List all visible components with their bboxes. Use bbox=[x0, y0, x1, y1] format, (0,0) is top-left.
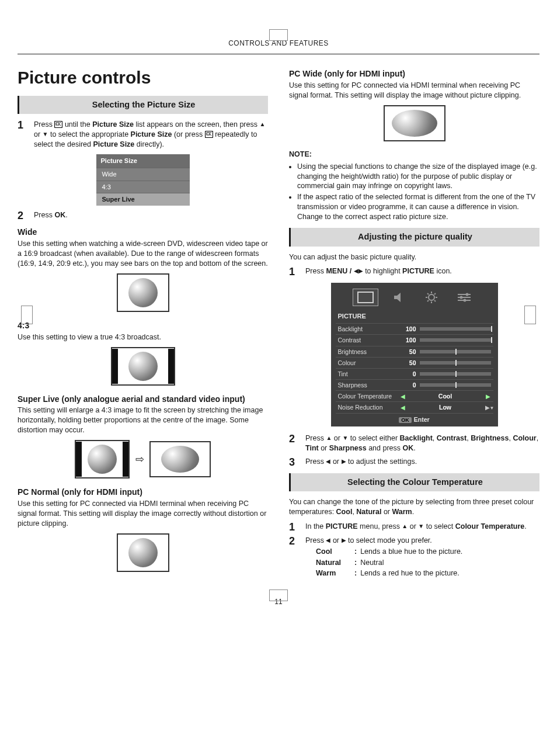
sphere-icon bbox=[128, 538, 158, 567]
osd-row-tint: Tint 0 bbox=[336, 368, 493, 379]
pillarbox-icon bbox=[112, 349, 118, 384]
svg-line-11 bbox=[434, 300, 436, 301]
aspect-illustration bbox=[75, 440, 130, 478]
svg-line-12 bbox=[434, 293, 436, 294]
svg-rect-0 bbox=[55, 122, 62, 128]
osd-row-sharpness: Sharpness 0 bbox=[336, 379, 493, 390]
psize-step-2: 2 Press OK. bbox=[18, 210, 268, 221]
up-arrow-icon: ▲ bbox=[259, 121, 265, 127]
figure-super-live: ⇨ bbox=[18, 440, 268, 478]
step-text: Press ▲ or ▼ to select either Backlight,… bbox=[305, 434, 539, 453]
osd-picture-label: PICTURE bbox=[336, 311, 493, 323]
step-number: 2 bbox=[289, 536, 300, 580]
adjust-step-1: 1 Press MENU / ◀▶ to highlight PICTURE i… bbox=[289, 266, 539, 277]
step-number: 3 bbox=[289, 457, 300, 467]
header-rule bbox=[18, 54, 539, 54]
left-arrow-icon: ◀ bbox=[354, 268, 358, 274]
sphere-icon bbox=[128, 278, 158, 307]
psize-step-1: 1 Press until the Picture Size list appe… bbox=[18, 120, 268, 150]
osd-psize-item-selected: Super Live bbox=[96, 193, 190, 206]
two-column-layout: Picture controls Selecting the Picture S… bbox=[18, 63, 539, 583]
osd-tab-setup-icon bbox=[419, 289, 444, 306]
svg-point-19 bbox=[463, 299, 466, 302]
crop-mark-top bbox=[269, 29, 288, 41]
note-list: Using the special functions to change th… bbox=[297, 162, 539, 222]
adjust-intro: You can adjust the basic picture quality… bbox=[289, 252, 539, 262]
picture-size-button-icon bbox=[205, 131, 213, 138]
osd-tab-sound-icon bbox=[387, 289, 411, 306]
osd-psize-item: Wide bbox=[96, 168, 190, 181]
ct-step-1: 1 In the PICTURE menu, press ▲ or ▼ to s… bbox=[289, 522, 539, 532]
ct-def-warm: Warm:Lends a red hue to the picture. bbox=[316, 568, 539, 578]
heading-pc-normal: PC Normal (only for HDMI input) bbox=[18, 487, 268, 498]
osd-row-colour: Colour 50 bbox=[336, 357, 493, 368]
figure-pc-wide bbox=[289, 105, 539, 141]
ct-step-2: 2 Press ◀ or ▶ to select mode you prefer… bbox=[289, 536, 539, 580]
osd-tabs bbox=[336, 286, 493, 311]
section-selecting-picture-size: Selecting the Picture Size bbox=[18, 96, 268, 115]
step-text: Press ◀ or ▶ to select mode you prefer. … bbox=[305, 536, 539, 580]
step-text: Press until the Picture Size list appear… bbox=[34, 120, 268, 150]
osd-psize-item: 4:3 bbox=[96, 181, 190, 193]
aspect-illustration bbox=[384, 105, 445, 141]
step-number: 1 bbox=[289, 266, 300, 277]
para-wide: Use this setting when watching a wide-sc… bbox=[18, 239, 268, 269]
svg-point-5 bbox=[429, 294, 434, 300]
up-arrow-icon: ▲ bbox=[402, 523, 408, 529]
manual-page: CONTROLS AND FEATURES Picture controls S… bbox=[18, 23, 539, 607]
heading-pc-wide: PC Wide (only for HDMI input) bbox=[289, 68, 539, 79]
svg-rect-3 bbox=[207, 133, 210, 135]
crop-mark-right bbox=[524, 306, 536, 324]
heading-super-live: Super Live (only analogue aerial and sta… bbox=[18, 394, 268, 405]
aspect-illustration bbox=[149, 441, 211, 477]
note-item: Using the special functions to change th… bbox=[297, 162, 539, 192]
section-adjusting-picture-quality: Adjusting the picture quality bbox=[289, 228, 539, 247]
picture-size-button-icon bbox=[54, 121, 62, 128]
osd-tab-preference-icon bbox=[452, 289, 476, 306]
sphere-icon bbox=[392, 110, 437, 137]
osd-picture-size-menu: Picture Size Wide 4:3 Super Live bbox=[96, 154, 190, 206]
osd-row-noise-reduction: Noise Reduction ◀ Low ▶▼ bbox=[336, 401, 493, 412]
svg-point-17 bbox=[465, 293, 468, 296]
osd-row-backlight: Backlight 100 bbox=[336, 323, 493, 334]
ct-def-cool: Cool:Lends a blue hue to the picture. bbox=[316, 547, 539, 557]
crop-mark-left bbox=[21, 306, 33, 324]
svg-rect-1 bbox=[56, 123, 59, 125]
pillarbox-icon bbox=[123, 442, 128, 477]
crop-mark-bottom bbox=[269, 589, 288, 601]
osd-ok-key-icon: OK bbox=[399, 417, 412, 423]
sphere-icon bbox=[128, 352, 158, 381]
page-title: Picture controls bbox=[18, 66, 268, 90]
section-colour-temperature: Selecting the Colour Temperature bbox=[289, 473, 539, 492]
right-arrow-icon: ▶ bbox=[342, 537, 346, 543]
right-arrow-icon: ▶▼ bbox=[485, 404, 491, 412]
step-text: Press ◀ or ▶ to adjust the settings. bbox=[305, 457, 539, 467]
heading-4-3: 4:3 bbox=[18, 320, 268, 331]
left-column: Picture controls Selecting the Picture S… bbox=[18, 63, 268, 583]
para-pc-wide: Use this setting for PC connected via HD… bbox=[289, 81, 539, 100]
aspect-illustration bbox=[111, 347, 175, 386]
osd-picture-menu: PICTURE Backlight 100 Contrast 100 Brigh… bbox=[331, 283, 498, 426]
ct-intro: You can change the tone of the picture b… bbox=[289, 497, 539, 517]
step-number: 2 bbox=[18, 210, 28, 221]
svg-point-18 bbox=[459, 296, 462, 299]
osd-footer: OKEnter bbox=[336, 413, 493, 424]
pillarbox-icon bbox=[76, 442, 82, 477]
adjust-step-2: 2 Press ▲ or ▼ to select either Backligh… bbox=[289, 434, 539, 453]
sphere-icon bbox=[88, 445, 117, 474]
osd-row-brightness: Brightness 50 bbox=[336, 346, 493, 357]
note-heading: NOTE: bbox=[289, 150, 539, 159]
down-arrow-icon: ▼ bbox=[43, 131, 48, 137]
step-number: 1 bbox=[18, 120, 28, 150]
heading-wide: Wide bbox=[18, 227, 268, 238]
step-number: 1 bbox=[289, 522, 300, 532]
right-arrow-icon: ▶ bbox=[358, 268, 363, 274]
arrow-right-icon: ⇨ bbox=[135, 452, 144, 466]
right-arrow-icon: ▶ bbox=[485, 393, 491, 401]
step-text: Press OK. bbox=[34, 210, 268, 221]
step-text: In the PICTURE menu, press ▲ or ▼ to sel… bbox=[305, 522, 539, 532]
figure-4-3 bbox=[18, 347, 268, 386]
adjust-step-3: 3 Press ◀ or ▶ to adjust the settings. bbox=[289, 457, 539, 467]
up-arrow-icon: ▲ bbox=[326, 435, 332, 441]
aspect-illustration bbox=[117, 273, 169, 312]
